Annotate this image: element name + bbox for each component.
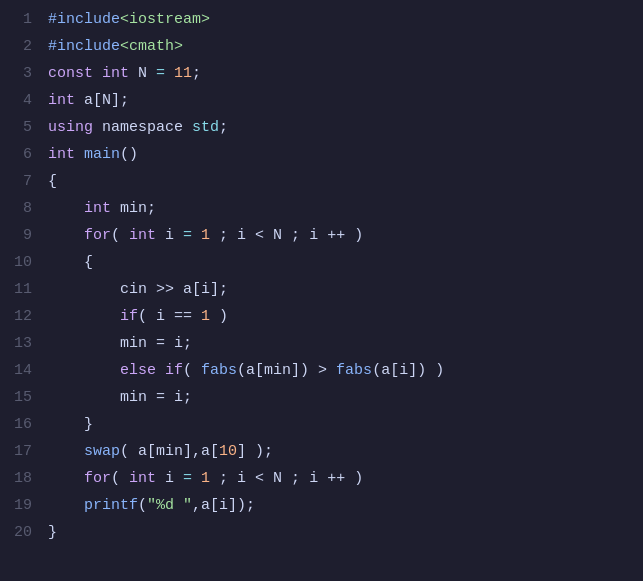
line-number: 2 (0, 33, 48, 60)
token: N (138, 65, 156, 82)
line-content: using namespace std; (48, 114, 643, 141)
token (48, 200, 84, 217)
token: "%d " (147, 497, 192, 514)
token: int (129, 227, 165, 244)
line-number: 13 (0, 330, 48, 357)
token: std (192, 119, 219, 136)
token: ; i < N ; i ++ ) (210, 227, 363, 244)
line-content: else if( fabs(a[min]) > fabs(a[i]) ) (48, 357, 643, 384)
token: min; (120, 200, 156, 217)
code-line: 12 if( i == 1 ) (0, 303, 643, 330)
token: fabs (336, 362, 372, 379)
code-line: 16 } (0, 411, 643, 438)
token: i (165, 470, 183, 487)
token: { (48, 173, 57, 190)
line-number: 20 (0, 519, 48, 546)
token (48, 497, 84, 514)
token: 1 (201, 308, 210, 325)
token (48, 443, 84, 460)
token: ( (138, 497, 147, 514)
token: ; (219, 119, 228, 136)
code-line: 17 swap( a[min],a[10] ); (0, 438, 643, 465)
token (48, 389, 120, 406)
token (48, 308, 120, 325)
line-content: { (48, 168, 643, 195)
code-line: 11 cin >> a[i]; (0, 276, 643, 303)
code-line: 15 min = i; (0, 384, 643, 411)
code-line: 18 for( int i = 1 ; i < N ; i ++ ) (0, 465, 643, 492)
line-number: 6 (0, 141, 48, 168)
token: if (120, 308, 138, 325)
line-number: 1 (0, 6, 48, 33)
token: ( (111, 227, 129, 244)
line-content: min = i; (48, 330, 643, 357)
line-number: 7 (0, 168, 48, 195)
line-content: #include<iostream> (48, 6, 643, 33)
token: #include (48, 38, 120, 55)
token: ( i == (138, 308, 201, 325)
token: int (84, 200, 120, 217)
token: int (102, 65, 138, 82)
code-line: 8 int min; (0, 195, 643, 222)
token: const (48, 65, 102, 82)
code-line: 5using namespace std; (0, 114, 643, 141)
token: 1 (201, 227, 210, 244)
line-content: } (48, 411, 643, 438)
token: ( a[min],a[ (120, 443, 219, 460)
line-content: swap( a[min],a[10] ); (48, 438, 643, 465)
token: for (84, 227, 111, 244)
token: using (48, 119, 102, 136)
token (48, 254, 84, 271)
code-editor: 1#include<iostream>2#include<cmath>3cons… (0, 0, 643, 552)
line-number: 9 (0, 222, 48, 249)
code-line: 4int a[N]; (0, 87, 643, 114)
line-content: const int N = 11; (48, 60, 643, 87)
line-number: 3 (0, 60, 48, 87)
token (48, 335, 120, 352)
token: min (120, 389, 156, 406)
code-line: 3const int N = 11; (0, 60, 643, 87)
code-line: 2#include<cmath> (0, 33, 643, 60)
line-content: cin >> a[i]; (48, 276, 643, 303)
line-content: int main() (48, 141, 643, 168)
line-number: 8 (0, 195, 48, 222)
token: = (183, 227, 201, 244)
token: 10 (219, 443, 237, 460)
token: (a[i]) ) (372, 362, 444, 379)
token: i (165, 227, 183, 244)
line-content: int min; (48, 195, 643, 222)
token: ; i < N ; i ++ ) (210, 470, 363, 487)
code-line: 9 for( int i = 1 ; i < N ; i ++ ) (0, 222, 643, 249)
token: = i; (156, 335, 192, 352)
token: { (84, 254, 93, 271)
line-number: 16 (0, 411, 48, 438)
token: 11 (174, 65, 192, 82)
token: = (156, 65, 174, 82)
line-content: printf("%d ",a[i]); (48, 492, 643, 519)
code-line: 19 printf("%d ",a[i]); (0, 492, 643, 519)
token (48, 416, 84, 433)
token: <cmath> (120, 38, 183, 55)
line-number: 17 (0, 438, 48, 465)
line-number: 12 (0, 303, 48, 330)
token: () (120, 146, 138, 163)
line-content: if( i == 1 ) (48, 303, 643, 330)
token: min (120, 335, 156, 352)
line-number: 19 (0, 492, 48, 519)
line-number: 11 (0, 276, 48, 303)
token: a[N]; (84, 92, 129, 109)
token: } (84, 416, 93, 433)
code-line: 14 else if( fabs(a[min]) > fabs(a[i]) ) (0, 357, 643, 384)
token: int (48, 146, 84, 163)
token: ; (192, 65, 201, 82)
token: (a[min]) > (237, 362, 336, 379)
code-line: 6int main() (0, 141, 643, 168)
token: int (48, 92, 84, 109)
line-number: 4 (0, 87, 48, 114)
line-content: { (48, 249, 643, 276)
token: ( (183, 362, 201, 379)
token: fabs (201, 362, 237, 379)
token (48, 227, 84, 244)
token: } (48, 524, 57, 541)
line-number: 14 (0, 357, 48, 384)
